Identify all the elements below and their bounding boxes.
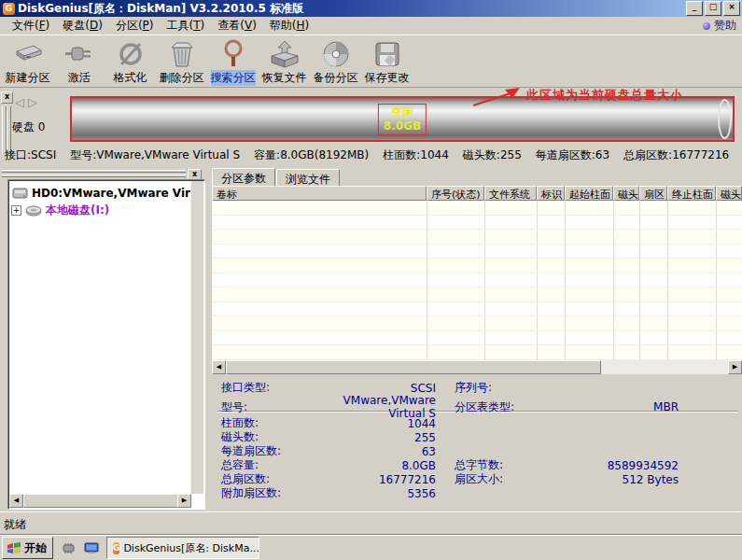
scroll-right-icon[interactable]: ▶ (728, 360, 742, 374)
column-header-filesystem[interactable]: 文件系统 (484, 186, 537, 201)
detail-label: 型号: (221, 399, 326, 415)
free-space-label: 空闲 (391, 105, 413, 119)
start-button[interactable]: 开始 (2, 537, 53, 559)
backup-partition-button[interactable]: 备份分区 (310, 35, 361, 86)
tree-item-label: HD0:VMware,VMware Virtual (32, 187, 190, 200)
new-partition-button[interactable]: 新建分区 (2, 35, 53, 86)
menu-partition[interactable]: 分区(P) (109, 17, 161, 35)
free-space-region[interactable]: 空闲 8.0GB (378, 104, 427, 135)
table-horizontal-scrollbar[interactable]: ◀ ▶ (212, 360, 742, 374)
tab-partition-parameters[interactable]: 分区参数 (212, 168, 275, 186)
toolbar: 新建分区 激活 格式化 删除分区 搜索分区 (0, 35, 742, 88)
disk-capacity-bar[interactable]: 空闲 8.0GB 此区域为当前硬盘总量大小 (70, 96, 735, 142)
column-header-end-cylinder[interactable]: 终止柱面 (667, 186, 716, 201)
windows-taskbar: 开始 G DiskGenius[原名: DiskMa... (0, 535, 742, 560)
table-row[interactable] (212, 316, 742, 331)
show-desktop-icon[interactable] (84, 542, 99, 554)
format-button[interactable]: 格式化 (105, 35, 156, 86)
scroll-thumb[interactable] (23, 494, 178, 508)
scroll-track (601, 360, 728, 374)
menu-help[interactable]: 帮助(H) (263, 17, 315, 35)
column-header-volume-label[interactable]: 卷标 (212, 186, 427, 201)
column-header-start-cylinder[interactable]: 起始柱面 (565, 186, 613, 201)
detail-value: 63 (326, 445, 436, 458)
table-row[interactable] (212, 216, 742, 231)
menu-file[interactable]: 文件(F) (6, 17, 56, 35)
detail-row: 柱面数: 1044 (212, 415, 742, 429)
save-changes-button[interactable]: 保存更改 (361, 35, 413, 86)
activate-button[interactable]: 激活 (53, 35, 105, 86)
menu-bar: 文件(F) 硬盘(D) 分区(P) 工具(T) 查看(V) 帮助(H) 赞助 (0, 17, 742, 35)
table-row[interactable] (212, 230, 742, 245)
menu-tools[interactable]: 工具(T) (161, 17, 212, 35)
annotation-text: 此区域为当前硬盘总量大小 (526, 87, 683, 104)
disk-volume-icon (25, 204, 42, 217)
chip-icon[interactable] (61, 542, 77, 554)
detail-label: 扇区大小: (455, 471, 559, 487)
detail-value: 8.0GB (326, 459, 436, 472)
column-header-sector[interactable]: 扇区 (639, 186, 667, 201)
window-title: DiskGenius[原名：DiskMan] V3.2.2010.5 标准版 (18, 1, 684, 17)
status-text: 就绪 (4, 518, 26, 531)
search-partition-icon (220, 38, 246, 70)
table-row[interactable] (212, 302, 742, 317)
detail-row: 每道扇区数: 63 (212, 443, 742, 457)
column-header-head2[interactable]: 磁头 (716, 186, 742, 201)
delete-partition-icon (168, 38, 196, 70)
partition-table-body (212, 201, 742, 360)
diskgenius-window: G DiskGenius[原名：DiskMan] V3.2.2010.5 标准版… (0, 0, 742, 560)
detail-value: 255 (326, 431, 436, 444)
menu-disk[interactable]: 硬盘(D) (56, 17, 109, 35)
table-row[interactable] (212, 259, 742, 273)
detail-row: 接口类型: SCSI 序列号: (212, 380, 742, 394)
scroll-left-icon[interactable]: ◀ (212, 360, 226, 374)
detail-value: 1044 (326, 417, 436, 430)
disk-sectors-per-track: 每道扇区数:63 (536, 147, 609, 163)
panel-close-icon[interactable]: x (1, 91, 13, 104)
detail-label: 分区表类型: (455, 399, 559, 415)
search-partition-button[interactable]: 搜索分区 (207, 35, 259, 86)
menu-view[interactable]: 查看(V) (211, 17, 263, 35)
tree-item-hd0[interactable]: HD0:VMware,VMware Virtual (10, 184, 190, 202)
detail-label: 接口类型: (221, 380, 326, 396)
partition-detail-panel: 分区参数 浏览文件 卷标 序号(状态) 文件系统 标识 起始柱面 磁头 扇区 终… (212, 168, 742, 511)
tree-vertical-scrollbar[interactable] (190, 181, 203, 494)
disk-interface: 接口:SCSI (5, 147, 56, 163)
recover-files-button[interactable]: 恢复文件 (259, 35, 310, 86)
free-space-size: 8.0GB (384, 119, 421, 133)
backup-partition-icon (321, 38, 351, 70)
table-row[interactable] (212, 331, 742, 346)
taskbar-app-label: DiskGenius[原名: DiskMa... (123, 541, 259, 555)
table-row[interactable] (212, 345, 742, 360)
restore-button[interactable]: □ (705, 1, 721, 16)
scroll-right-icon[interactable]: ▶ (177, 494, 191, 508)
disk-model: 型号:VMware,VMware Virtual S (70, 147, 240, 163)
close-button[interactable]: × (723, 1, 740, 16)
tree-item-local-disk[interactable]: + 本地磁盘(I:) (10, 202, 190, 219)
minimize-button[interactable]: _ (686, 1, 703, 16)
table-row[interactable] (212, 245, 742, 259)
taskbar-app-button[interactable]: G DiskGenius[原名: DiskMa... (106, 537, 259, 559)
expand-icon[interactable]: + (11, 205, 21, 216)
toolbar-label: 保存更改 (365, 70, 410, 86)
prev-next-disk-icons[interactable]: ◁▷ (15, 95, 41, 109)
column-header-id[interactable]: 标识 (537, 186, 565, 201)
table-row[interactable] (212, 273, 742, 288)
sponsor-link[interactable]: 赞助 (703, 18, 736, 34)
scroll-left-icon[interactable]: ◀ (9, 494, 23, 508)
toolbar-label: 格式化 (114, 70, 147, 86)
column-header-index-status[interactable]: 序号(状态) (427, 186, 484, 201)
tree-panel-grip[interactable] (0, 169, 186, 177)
table-row[interactable] (212, 287, 742, 302)
tree-horizontal-scrollbar[interactable]: ◀ ▶ (9, 494, 191, 508)
toolbar-label: 备份分区 (314, 70, 358, 86)
tab-browse-files[interactable]: 浏览文件 (276, 169, 340, 186)
status-bar: 就绪 (0, 511, 742, 535)
scroll-thumb[interactable] (226, 360, 601, 374)
panel-splitter[interactable] (206, 168, 211, 511)
delete-partition-button[interactable]: 删除分区 (156, 35, 207, 86)
windows-logo-icon (7, 541, 21, 554)
column-header-head[interactable]: 磁头 (613, 186, 639, 201)
annotation-arrow-icon (471, 85, 527, 107)
table-row[interactable] (212, 201, 742, 216)
